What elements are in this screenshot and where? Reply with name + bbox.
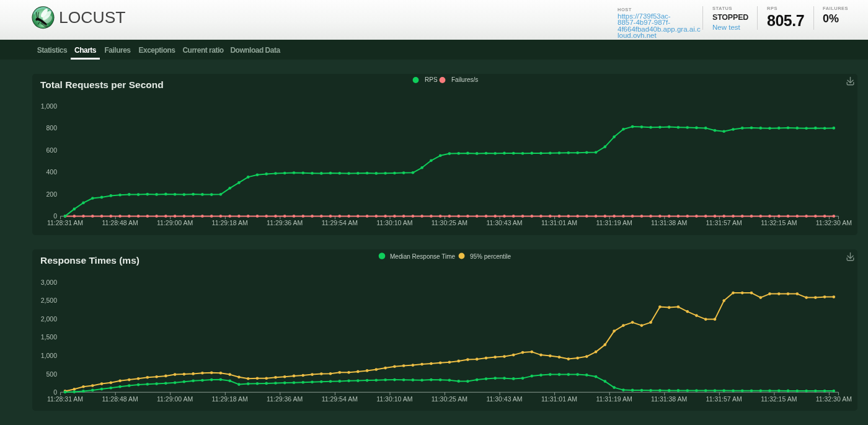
svg-text:RPS: RPS xyxy=(425,76,438,83)
svg-text:400: 400 xyxy=(46,168,57,176)
svg-text:11:31:57 AM: 11:31:57 AM xyxy=(706,219,742,226)
svg-text:11:28:48 AM: 11:28:48 AM xyxy=(102,219,138,226)
svg-text:800: 800 xyxy=(46,124,57,132)
svg-text:2,000: 2,000 xyxy=(41,315,57,323)
svg-text:200: 200 xyxy=(46,190,57,198)
svg-text:1,000: 1,000 xyxy=(41,352,57,359)
svg-text:Total Requests per Second: Total Requests per Second xyxy=(40,79,164,90)
svg-text:Median Response Time: Median Response Time xyxy=(390,253,455,260)
svg-text:600: 600 xyxy=(46,146,57,154)
svg-text:3,000: 3,000 xyxy=(41,279,57,286)
svg-text:Failures/s: Failures/s xyxy=(451,76,478,83)
svg-text:11:29:18 AM: 11:29:18 AM xyxy=(212,219,248,226)
svg-text:11:29:00 AM: 11:29:00 AM xyxy=(157,395,193,403)
svg-text:11:29:54 AM: 11:29:54 AM xyxy=(322,395,358,403)
svg-text:11:31:19 AM: 11:31:19 AM xyxy=(596,219,632,226)
svg-text:95% percentile: 95% percentile xyxy=(470,253,512,260)
svg-text:11:29:00 AM: 11:29:00 AM xyxy=(157,219,193,226)
svg-text:11:32:30 AM: 11:32:30 AM xyxy=(816,219,852,226)
svg-text:11:31:38 AM: 11:31:38 AM xyxy=(651,395,687,403)
svg-text:11:31:38 AM: 11:31:38 AM xyxy=(651,219,687,226)
svg-text:11:31:57 AM: 11:31:57 AM xyxy=(706,395,742,403)
svg-text:11:31:19 AM: 11:31:19 AM xyxy=(596,395,632,403)
svg-text:1,500: 1,500 xyxy=(41,333,57,341)
svg-text:11:31:01 AM: 11:31:01 AM xyxy=(541,219,577,226)
svg-text:11:29:36 AM: 11:29:36 AM xyxy=(267,395,303,403)
svg-text:11:30:43 AM: 11:30:43 AM xyxy=(486,395,522,403)
svg-text:11:29:36 AM: 11:29:36 AM xyxy=(267,219,303,226)
svg-text:2,500: 2,500 xyxy=(41,297,57,304)
svg-text:11:32:30 AM: 11:32:30 AM xyxy=(816,395,852,403)
svg-text:11:30:25 AM: 11:30:25 AM xyxy=(432,219,467,226)
svg-text:11:28:31 AM: 11:28:31 AM xyxy=(47,395,83,403)
svg-text:11:29:18 AM: 11:29:18 AM xyxy=(212,395,248,403)
svg-text:11:30:25 AM: 11:30:25 AM xyxy=(432,395,467,403)
svg-text:11:28:48 AM: 11:28:48 AM xyxy=(102,395,138,403)
svg-text:11:29:54 AM: 11:29:54 AM xyxy=(322,219,358,226)
svg-text:500: 500 xyxy=(46,370,57,378)
svg-text:11:30:43 AM: 11:30:43 AM xyxy=(486,219,522,226)
svg-text:11:32:15 AM: 11:32:15 AM xyxy=(761,219,797,226)
svg-text:11:32:15 AM: 11:32:15 AM xyxy=(761,395,797,403)
svg-text:1,000: 1,000 xyxy=(41,102,57,110)
svg-text:11:30:10 AM: 11:30:10 AM xyxy=(376,219,412,226)
svg-text:11:28:31 AM: 11:28:31 AM xyxy=(47,219,83,226)
svg-text:11:30:10 AM: 11:30:10 AM xyxy=(376,395,412,403)
svg-text:11:31:01 AM: 11:31:01 AM xyxy=(541,395,577,403)
svg-text:Response Times (ms): Response Times (ms) xyxy=(40,255,140,266)
